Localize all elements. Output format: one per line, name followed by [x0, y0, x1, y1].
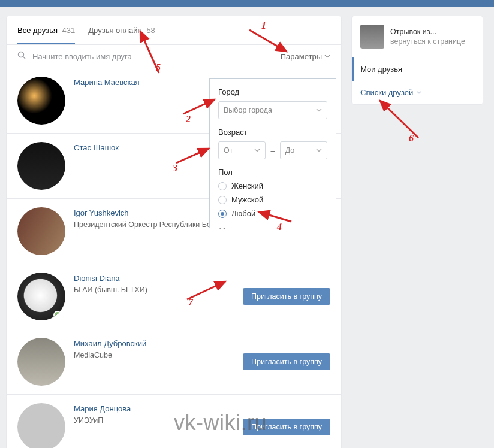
list-item: Dionisi Diana БГАИ (бывш. БГТХИ) Приглас… — [7, 264, 341, 329]
tab-all-label: Все друзья — [17, 26, 58, 35]
sidebar-item-lists[interactable]: Списки друзей — [352, 81, 483, 104]
params-label: Параметры — [281, 52, 322, 61]
age-to-select[interactable]: До — [280, 141, 327, 159]
svg-point-0 — [19, 52, 24, 57]
age-to-placeholder: До — [285, 146, 295, 155]
filter-city-title: Город — [218, 87, 327, 96]
invite-button[interactable]: Пригласить в группу — [243, 353, 330, 370]
filter-gender-title: Пол — [218, 168, 327, 177]
main-panel: Все друзья 431 Друзья онлайн 58 Параметр… — [6, 16, 342, 448]
friend-name[interactable]: Михаил Дубровский — [74, 339, 146, 348]
radio-icon — [218, 196, 227, 204]
radio-label: Любой — [231, 209, 255, 218]
tab-online-label: Друзья онлайн — [88, 26, 141, 35]
avatar[interactable] — [17, 142, 65, 190]
age-dash: – — [270, 146, 275, 155]
profile-back: вернуться к странице — [390, 37, 465, 46]
radio-icon — [218, 210, 227, 218]
sidebar-item-label: Мои друзья — [360, 65, 402, 74]
sidebar-item-label: Списки друзей — [360, 88, 413, 97]
list-item: Михаил Дубровский MediaCube Пригласить в… — [7, 329, 341, 395]
sidebar: Отрывок из... вернуться к странице Мои д… — [351, 16, 483, 448]
tabs: Все друзья 431 Друзья онлайн 58 — [7, 16, 341, 45]
tab-all-count: 431 — [62, 26, 76, 35]
chevron-down-icon — [324, 55, 330, 58]
radio-any[interactable]: Любой — [218, 209, 327, 218]
invite-button[interactable]: Пригласить в группу — [243, 419, 330, 435]
sidebar-item-friends[interactable]: Мои друзья — [352, 57, 483, 81]
search-input[interactable] — [32, 52, 281, 61]
params-toggle[interactable]: Параметры — [281, 52, 330, 61]
topbar — [0, 0, 494, 7]
age-from-select[interactable]: От — [218, 141, 266, 159]
chevron-down-icon — [316, 149, 322, 152]
city-placeholder: Выбор города — [224, 106, 272, 114]
radio-icon — [218, 182, 227, 190]
sidebar-card: Отрывок из... вернуться к странице Мои д… — [351, 16, 483, 105]
filter-panel: Город Выбор города Возраст От — [209, 78, 336, 228]
list-item: Мария Донцова УИЭУиП Пригласить в группу — [7, 395, 341, 448]
radio-male[interactable]: Мужской — [218, 195, 327, 204]
tab-online-friends[interactable]: Друзья онлайн 58 — [88, 16, 155, 44]
avatar[interactable] — [17, 403, 65, 448]
friend-subtitle: БГАИ (бывш. БГТХИ) — [74, 285, 243, 296]
friend-subtitle: MediaCube — [74, 350, 243, 361]
friend-subtitle: УИЭУиП — [74, 416, 243, 426]
avatar[interactable] — [17, 338, 65, 386]
search-icon — [17, 51, 26, 62]
filter-age-title: Возраст — [218, 128, 327, 137]
radio-label: Женский — [231, 181, 263, 190]
chevron-down-icon — [254, 149, 260, 152]
radio-female[interactable]: Женский — [218, 181, 327, 190]
friend-name[interactable]: Марина Маевская — [74, 78, 140, 87]
chevron-down-icon — [316, 108, 322, 112]
online-indicator — [53, 311, 62, 319]
invite-button[interactable]: Пригласить в группу — [243, 288, 330, 305]
city-select[interactable]: Выбор города — [218, 101, 327, 119]
avatar[interactable] — [17, 207, 65, 255]
profile-block[interactable]: Отрывок из... вернуться к странице — [352, 16, 483, 57]
chevron-down-icon — [417, 91, 421, 94]
avatar[interactable] — [17, 273, 65, 320]
svg-line-1 — [23, 57, 26, 59]
age-from-placeholder: От — [224, 146, 233, 155]
friend-name[interactable]: Igor Yushkevich — [74, 208, 129, 217]
search-row: Параметры — [7, 45, 341, 68]
tab-online-count: 58 — [146, 26, 155, 35]
friend-name[interactable]: Dionisi Diana — [74, 274, 120, 283]
friend-name[interactable]: Стас Шашок — [74, 143, 119, 152]
radio-label: Мужской — [231, 195, 263, 204]
profile-title: Отрывок из... — [390, 28, 465, 36]
friend-name[interactable]: Мария Донцова — [74, 404, 131, 413]
avatar[interactable] — [17, 77, 65, 125]
tab-all-friends[interactable]: Все друзья 431 — [17, 16, 75, 44]
avatar — [360, 25, 384, 49]
sidebar-nav: Мои друзья Списки друзей — [352, 57, 483, 104]
